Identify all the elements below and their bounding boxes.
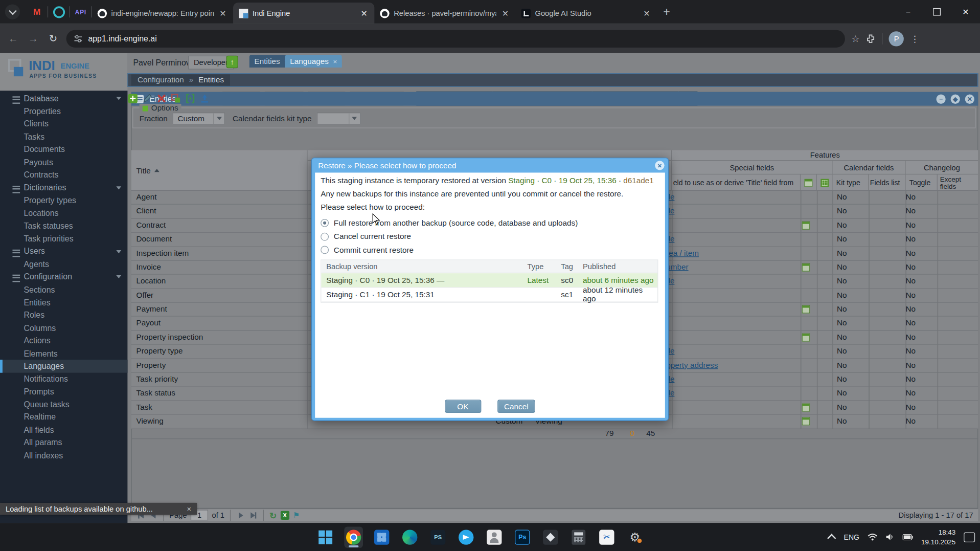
sidebar-item-tasks[interactable]: Tasks bbox=[0, 130, 127, 143]
edge-icon[interactable] bbox=[400, 526, 419, 548]
column-header-kit-type[interactable]: Kit type bbox=[832, 174, 869, 191]
column-header-table-icon[interactable] bbox=[817, 174, 833, 191]
dev-tool-icon[interactable]: PS bbox=[428, 526, 447, 548]
bookmark-star-icon[interactable]: ☆ bbox=[851, 33, 859, 44]
chrome-icon[interactable] bbox=[344, 526, 363, 548]
last-page-icon[interactable] bbox=[249, 511, 258, 519]
sidebar-item-payouts[interactable]: Payouts bbox=[0, 156, 127, 168]
battery-icon[interactable] bbox=[902, 534, 913, 540]
address-bar[interactable]: app1.indi-engine.ai bbox=[66, 30, 845, 47]
language-indicator[interactable]: ENG bbox=[844, 533, 859, 541]
brackets-icon[interactable] bbox=[185, 93, 196, 104]
sidebar-item-task-statuses[interactable]: Task statuses bbox=[0, 219, 127, 232]
tab-search-button[interactable] bbox=[5, 5, 20, 19]
special-field-link[interactable]: rea / item bbox=[666, 249, 699, 257]
expand-icon[interactable]: ◆ bbox=[951, 94, 960, 103]
dropdown-trigger[interactable] bbox=[349, 113, 360, 124]
sidebar-item-elements[interactable]: Elements bbox=[0, 347, 127, 360]
column-header-title[interactable]: Title bbox=[131, 150, 308, 190]
sidebar-item-contracts[interactable]: Contracts bbox=[0, 168, 127, 181]
toast-close-icon[interactable]: × bbox=[187, 504, 192, 513]
sidebar-item-dictionaries[interactable]: Dictionaries bbox=[0, 181, 127, 194]
delete-icon[interactable] bbox=[156, 93, 167, 104]
calendar-kit-select[interactable] bbox=[316, 113, 360, 124]
column-header-except-fields[interactable]: Except fields bbox=[938, 174, 978, 191]
dialog-close-icon[interactable]: ✕ bbox=[655, 161, 664, 170]
extensions-icon[interactable] bbox=[866, 33, 876, 43]
radio-option-full-restore-from-another-ba[interactable]: Full restore from another backup (source… bbox=[321, 216, 578, 230]
wifi-icon[interactable] bbox=[868, 533, 878, 541]
maximize-button[interactable] bbox=[923, 0, 951, 24]
excel-export-icon[interactable]: X bbox=[281, 511, 289, 519]
sidebar-item-documents[interactable]: Documents bbox=[0, 143, 127, 156]
volume-icon[interactable] bbox=[885, 533, 894, 541]
settings-icon[interactable]: ⚙ bbox=[625, 526, 644, 548]
deploy-icon[interactable]: ↑ bbox=[226, 56, 238, 68]
browser-tab-indi-engine-newapp-entry[interactable]: indi-engine/newapp: Entry poin✕ bbox=[92, 3, 233, 24]
sidebar-item-actions[interactable]: Actions bbox=[0, 334, 127, 347]
sidebar-item-columns[interactable]: Columns bbox=[0, 321, 127, 334]
forward-button[interactable]: → bbox=[24, 29, 42, 48]
sidebar-item-queue-tasks[interactable]: Queue tasks bbox=[0, 398, 127, 411]
sidebar-item-locations[interactable]: Locations bbox=[0, 207, 127, 219]
dropdown-trigger[interactable] bbox=[213, 113, 224, 124]
ok-button[interactable]: OK bbox=[445, 400, 481, 413]
browser-menu-icon[interactable]: ⋮ bbox=[910, 33, 919, 43]
sidebar-item-all-params[interactable]: All params bbox=[0, 436, 127, 449]
sidebar-item-configuration[interactable]: Configuration bbox=[0, 271, 127, 283]
browser-tab-releases-pavel-perminov-[interactable]: Releases · pavel-perminov/mya✕ bbox=[374, 3, 515, 24]
copy-icon[interactable] bbox=[171, 93, 181, 104]
minimize-button[interactable]: − bbox=[894, 0, 922, 24]
radio-option-commit-current-restore[interactable]: Commit current restore bbox=[321, 244, 578, 257]
app-tab-languages[interactable]: Languages × bbox=[285, 55, 342, 68]
tab-close-icon[interactable]: ✕ bbox=[218, 9, 227, 18]
clock[interactable]: 18:43 19.10.2025 bbox=[921, 528, 955, 546]
special-field-link[interactable]: operty address bbox=[666, 361, 718, 369]
close-panel-icon[interactable]: ✕ bbox=[965, 94, 974, 103]
tab-close-icon[interactable]: ✕ bbox=[642, 9, 651, 18]
close-window-button[interactable]: ✕ bbox=[951, 0, 980, 24]
sidebar-item-clients[interactable]: Clients bbox=[0, 118, 127, 130]
backup-row[interactable]: Staging · C1 · 19 Oct 25, 15:31sc1about … bbox=[321, 288, 657, 302]
blue-app-icon[interactable] bbox=[372, 526, 391, 548]
radio-button[interactable] bbox=[321, 246, 329, 254]
collapse-icon[interactable]: − bbox=[936, 94, 945, 103]
tab-close-icon[interactable]: ✕ bbox=[500, 9, 510, 18]
radio-option-cancel-current-restore[interactable]: Cancel current restore bbox=[321, 230, 578, 243]
sidebar-item-entities[interactable]: Entities bbox=[0, 296, 127, 309]
gmail-icon[interactable]: M bbox=[26, 1, 48, 23]
column-header-special-field[interactable]: eld to use as or derive 'Title' field fr… bbox=[672, 174, 801, 191]
edit-icon[interactable] bbox=[142, 93, 153, 104]
ring-logo-icon[interactable] bbox=[48, 1, 70, 23]
sidebar-item-languages[interactable]: Languages bbox=[0, 360, 127, 372]
sidebar-item-realtime[interactable]: Realtime bbox=[0, 411, 127, 424]
radio-button[interactable] bbox=[321, 232, 329, 240]
breadcrumb-chip[interactable]: Configuration » Entities bbox=[131, 74, 231, 85]
snipping-tool-icon[interactable]: ✂ bbox=[597, 526, 616, 548]
sidebar-item-all-indexes[interactable]: All indexes bbox=[0, 449, 127, 462]
calculator-icon[interactable] bbox=[569, 526, 588, 548]
telegram-icon[interactable] bbox=[457, 526, 475, 548]
back-button[interactable]: ← bbox=[4, 29, 22, 48]
cancel-button[interactable]: Cancel bbox=[497, 400, 535, 413]
radio-button[interactable] bbox=[321, 219, 329, 227]
column-header-fields-list[interactable]: Fields list bbox=[869, 174, 905, 191]
add-icon[interactable] bbox=[127, 93, 138, 104]
sidebar-item-prompts[interactable]: Prompts bbox=[0, 385, 127, 398]
sidebar-item-agents[interactable]: Agents bbox=[0, 258, 127, 271]
column-header-calendar-icon[interactable] bbox=[801, 174, 817, 191]
special-field-link[interactable]: umber bbox=[666, 262, 688, 271]
sidebar-item-sections[interactable]: Sections bbox=[0, 283, 127, 296]
api-icon[interactable]: API bbox=[70, 1, 92, 23]
browser-tab-indi-engine[interactable]: Indi Engine✕ bbox=[233, 3, 374, 24]
next-page-icon[interactable] bbox=[236, 511, 245, 519]
flag-icon[interactable]: ⚑ bbox=[293, 511, 300, 519]
close-icon[interactable]: × bbox=[333, 57, 337, 65]
options-legend[interactable]: Options bbox=[140, 104, 181, 113]
contacts-icon[interactable] bbox=[485, 526, 504, 548]
tab-close-icon[interactable]: ✕ bbox=[359, 9, 369, 18]
column-header-toggle[interactable]: Toggle bbox=[906, 174, 938, 191]
sidebar-item-properties[interactable]: Properties bbox=[0, 105, 127, 118]
photoshop-icon[interactable]: Ps bbox=[513, 526, 532, 548]
browser-tab-google-ai-studio[interactable]: Google AI Studio✕ bbox=[516, 3, 657, 24]
